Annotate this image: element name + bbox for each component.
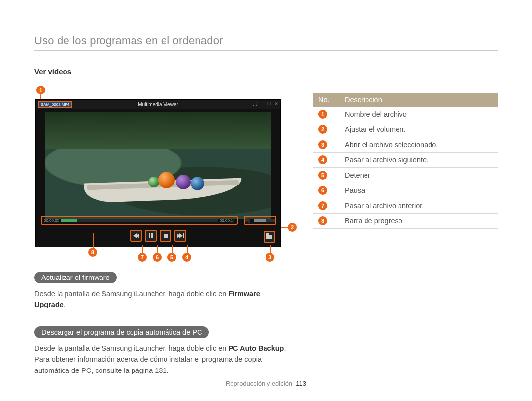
- callout-6: 6: [153, 253, 162, 262]
- video-preview: [45, 112, 271, 219]
- firmware-text: Desde la pantalla de Samsung iLauncher, …: [34, 288, 291, 310]
- pill-firmware: Actualizar el firmware: [34, 272, 117, 283]
- table-row: 6Pausa: [313, 183, 498, 198]
- leader-2: [281, 227, 288, 228]
- volume-group[interactable]: [244, 216, 276, 225]
- backup-text: Desde la pantalla de Samsung iLauncher, …: [34, 343, 291, 376]
- time-elapsed: 00:00:05: [44, 218, 59, 223]
- callout-4: 4: [182, 253, 191, 262]
- pause-button[interactable]: [145, 230, 157, 242]
- pill-backup: Descargar el programa de copia automátic…: [34, 326, 209, 338]
- app-title: Multimedia Viewer: [138, 102, 178, 107]
- player-titlebar: SAM_0003.MP4 Multimedia Viewer ⛶ — ☐ ✕: [36, 100, 280, 109]
- section-ver-videos: Ver vídeos: [34, 67, 291, 76]
- page-title: Uso de los programas en el ordenador: [34, 34, 498, 51]
- maximize-icon[interactable]: ☐: [267, 101, 271, 106]
- player-controls: [36, 229, 280, 243]
- callout-8: 8: [88, 248, 97, 257]
- progress-bar[interactable]: [61, 219, 218, 222]
- callout-5: 5: [167, 253, 176, 262]
- multimedia-viewer-window: SAM_0003.MP4 Multimedia Viewer ⛶ — ☐ ✕: [35, 99, 281, 247]
- close-icon[interactable]: ✕: [274, 101, 278, 106]
- filename-chip: SAM_0003.MP4: [38, 101, 72, 108]
- window-controls[interactable]: ⛶ — ☐ ✕: [253, 101, 278, 106]
- fullscreen-icon[interactable]: ⛶: [253, 101, 257, 106]
- time-total: 00:00:14: [220, 218, 235, 223]
- table-row: 4Pasar al archivo siguiente.: [313, 153, 498, 168]
- page-footer: Reproducción y edición 113: [0, 380, 532, 387]
- previous-button[interactable]: [130, 230, 142, 242]
- minimize-icon[interactable]: —: [260, 101, 265, 106]
- stop-button[interactable]: [160, 230, 171, 242]
- th-desc: Descripción: [340, 93, 498, 107]
- table-row: 1Nombre del archivo: [313, 107, 498, 122]
- callout-7: 7: [138, 253, 147, 262]
- table-row: 8Barra de progreso: [313, 214, 498, 229]
- table-row: 5Detener: [313, 168, 498, 183]
- callout-1: 1: [36, 86, 45, 94]
- volume-slider[interactable]: [254, 219, 275, 222]
- table-row: 2Ajustar el volumen.: [313, 122, 498, 137]
- volume-icon[interactable]: [245, 217, 252, 224]
- table-row: 7Pasar al archivo anterior.: [313, 198, 498, 214]
- progress-bar-group[interactable]: 00:00:05 00:00:14: [41, 216, 238, 225]
- next-button[interactable]: [174, 230, 186, 242]
- description-table: No. Descripción 1Nombre del archivo 2Aju…: [313, 93, 498, 229]
- open-file-button[interactable]: [264, 231, 275, 243]
- th-no: No.: [313, 93, 340, 107]
- callout-3: 3: [266, 253, 274, 262]
- folder-icon: [266, 235, 272, 239]
- table-row: 3Abrir el archivo seleccionado.: [313, 137, 498, 153]
- callout-2: 2: [288, 223, 297, 232]
